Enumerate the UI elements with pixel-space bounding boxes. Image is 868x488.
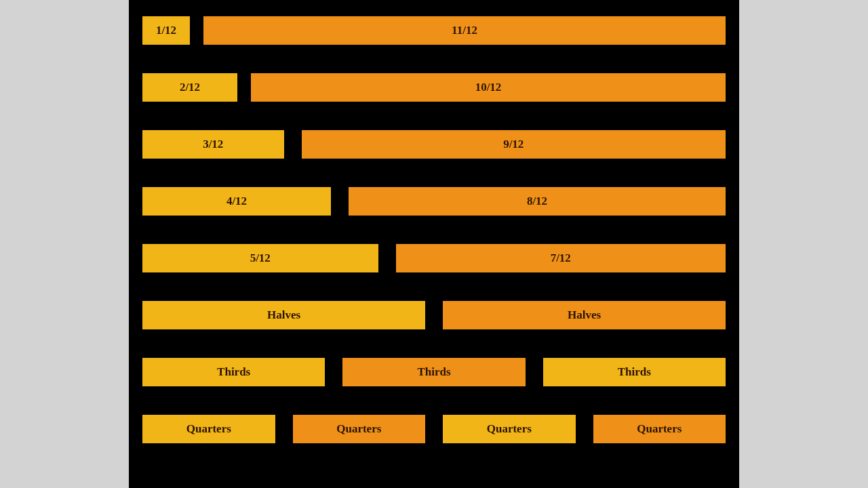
- fraction-bar: 10/12: [251, 73, 726, 102]
- fraction-bar: 2/12: [142, 73, 237, 102]
- fraction-bar: Halves: [443, 301, 726, 329]
- fraction-bar: 11/12: [203, 16, 726, 45]
- fraction-bar: 4/12: [142, 187, 331, 216]
- fraction-row: 5/127/12: [142, 244, 726, 272]
- fraction-row: ThirdsThirdsThirds: [142, 358, 726, 386]
- fraction-bar: Thirds: [342, 358, 525, 386]
- fraction-row: HalvesHalves: [142, 301, 726, 329]
- fraction-row: QuartersQuartersQuartersQuarters: [142, 415, 726, 443]
- fraction-bar: 7/12: [396, 244, 726, 272]
- fraction-bar: Thirds: [142, 358, 325, 386]
- fraction-row: 3/129/12: [142, 130, 726, 159]
- fraction-bar: 9/12: [302, 130, 726, 159]
- fraction-diagram-stage: 1/1211/122/1210/123/129/124/128/125/127/…: [129, 0, 739, 488]
- fraction-bar: 8/12: [349, 187, 726, 216]
- fraction-bar: 3/12: [142, 130, 284, 159]
- fraction-bar: Quarters: [443, 415, 576, 443]
- fraction-bar: Quarters: [593, 415, 726, 443]
- fraction-row: 1/1211/12: [142, 16, 726, 45]
- fraction-bar: Quarters: [293, 415, 426, 443]
- fraction-bar: 1/12: [142, 16, 190, 45]
- fraction-row: 2/1210/12: [142, 73, 726, 102]
- fraction-row: 4/128/12: [142, 187, 726, 216]
- fraction-bar: Halves: [142, 301, 425, 329]
- fraction-bar: 5/12: [142, 244, 378, 272]
- fraction-bar: Thirds: [543, 358, 726, 386]
- fraction-bar: Quarters: [142, 415, 275, 443]
